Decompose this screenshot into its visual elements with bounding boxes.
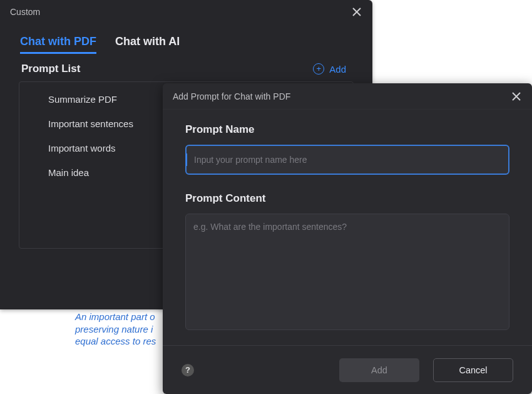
add-button-label: Add	[329, 64, 346, 75]
plus-circle-icon	[313, 63, 324, 75]
dialog-body: Prompt Name Prompt Content	[163, 110, 532, 345]
prompt-name-label: Prompt Name	[185, 123, 509, 136]
add-prompt-dialog: Add Prompt for Chat with PDF Prompt Name…	[163, 83, 532, 394]
list-header: Prompt List Add	[0, 60, 372, 81]
list-title: Prompt List	[21, 63, 313, 75]
help-icon[interactable]: ?	[182, 364, 194, 376]
dialog-header: Add Prompt for Chat with PDF	[163, 83, 532, 110]
close-icon[interactable]	[351, 6, 362, 18]
prompt-content-input[interactable]	[185, 214, 509, 330]
add-confirm-button[interactable]: Add	[339, 358, 419, 382]
panel-title: Custom	[10, 7, 351, 17]
prompt-name-input[interactable]	[185, 145, 509, 175]
panel-header: Custom	[0, 0, 372, 24]
tabs: Chat with PDF Chat with AI	[0, 24, 372, 60]
background-text: An important part o preserving nature i …	[75, 311, 156, 348]
prompt-content-label: Prompt Content	[185, 192, 509, 205]
tab-chat-with-pdf[interactable]: Chat with PDF	[20, 35, 96, 54]
dialog-title: Add Prompt for Chat with PDF	[173, 91, 511, 101]
close-icon[interactable]	[511, 91, 522, 102]
cancel-button[interactable]: Cancel	[433, 358, 513, 382]
dialog-footer: ? Add Cancel	[163, 345, 532, 394]
add-button[interactable]: Add	[313, 63, 346, 75]
tab-chat-with-ai[interactable]: Chat with AI	[115, 35, 180, 54]
